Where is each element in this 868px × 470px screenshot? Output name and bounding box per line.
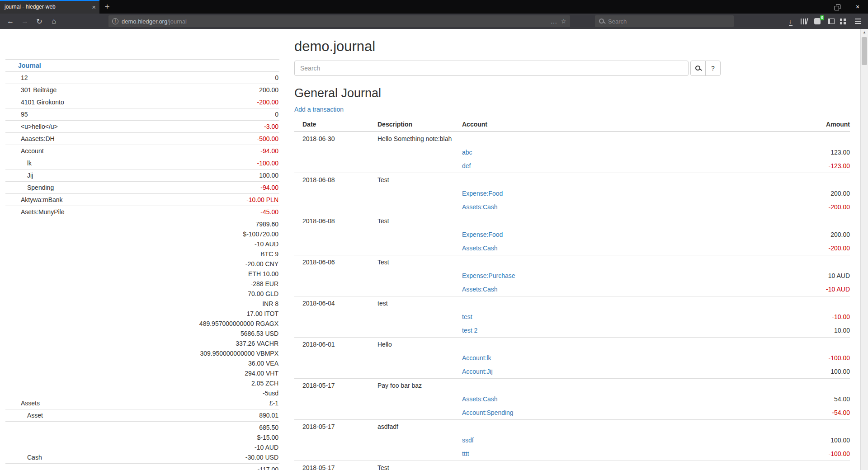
sidebar-account-link[interactable]: Asset xyxy=(5,410,43,420)
posting-row: Expense:Food200.00 xyxy=(294,228,850,241)
posting-account-link[interactable]: abc xyxy=(462,149,472,156)
transaction-amount-cell xyxy=(701,338,850,352)
sidebar-account-link[interactable]: Cash xyxy=(5,452,42,462)
sidebar-account-link[interactable]: Jij xyxy=(5,170,33,180)
menu-button[interactable] xyxy=(852,15,864,28)
scrollbar-thumb[interactable] xyxy=(862,37,867,65)
sidebar-account-link[interactable]: Account xyxy=(5,146,44,156)
sidebar-account-link[interactable]: 95 xyxy=(5,109,28,119)
sidebar-toggle-button[interactable] xyxy=(825,15,837,28)
balance-amount: -100.00 xyxy=(257,158,278,168)
transaction-date: 2018-06-30 xyxy=(294,132,377,146)
sidebar: Journal 120301 Beiträge200.004101 Giroko… xyxy=(5,59,279,470)
transaction-date: 2018-05-17 xyxy=(294,420,377,434)
posting-account-link[interactable]: ssdf xyxy=(462,437,474,444)
posting-account-link[interactable]: Assets:Cash xyxy=(462,286,498,293)
restore-icon xyxy=(835,5,840,9)
window-minimize-button[interactable] xyxy=(806,0,826,14)
sidebar-account-link[interactable]: Asets:MunyPile xyxy=(5,207,64,217)
url-text: demo.hledger.org/journal xyxy=(122,18,547,25)
posting-date-cell xyxy=(294,447,377,461)
sidebar-account-row: <u>hello</u>-3.00 xyxy=(5,121,279,133)
sidebar-account-link[interactable]: lk xyxy=(5,158,32,168)
posting-date-cell xyxy=(294,365,377,379)
browser-search-placeholder: Search xyxy=(608,18,627,25)
scrollbar-up-icon[interactable]: ▲ xyxy=(861,29,868,36)
posting-account-link[interactable]: Account:lk xyxy=(462,354,491,362)
library-button[interactable] xyxy=(797,15,810,28)
sidebar-account-link[interactable]: Assets xyxy=(5,398,40,408)
bookmark-star-icon[interactable]: ☆ xyxy=(561,18,566,25)
new-tab-button[interactable]: + xyxy=(99,0,115,14)
posting-row: Account:Jij100.00 xyxy=(294,365,850,379)
downloads-button[interactable]: ↓ xyxy=(784,15,797,28)
balance-amount: 2.05 ZCH xyxy=(199,378,278,388)
posting-account-cell: test 2 xyxy=(462,324,701,338)
posting-description-cell xyxy=(377,310,462,324)
posting-amount: -54.00 xyxy=(701,406,850,420)
posting-account-link[interactable]: def xyxy=(462,162,471,169)
sidebar-account-link[interactable]: Spending xyxy=(5,183,54,193)
posting-description-cell xyxy=(377,187,462,200)
posting-description-cell xyxy=(377,365,462,379)
balance-amount: -10.00 PLN xyxy=(246,195,278,205)
sidebar-account-row: -117.00 xyxy=(5,464,279,470)
sidebar-account-balance: -94.00 xyxy=(260,183,278,193)
extension-button[interactable]: 0 xyxy=(811,15,824,28)
reload-button[interactable]: ↻ xyxy=(33,15,46,28)
window-close-button[interactable]: × xyxy=(847,0,868,14)
posting-account-link[interactable]: test xyxy=(462,313,472,320)
sidebar-account-link[interactable]: Aktywa:mBank xyxy=(5,195,63,205)
posting-row: def-123.00 xyxy=(294,159,850,173)
window-restore-button[interactable] xyxy=(826,0,847,14)
add-transaction-link[interactable]: Add a transaction xyxy=(294,106,344,113)
sidebar-journal-link[interactable]: Journal xyxy=(18,62,41,69)
posting-account-link[interactable]: Expense:Food xyxy=(462,190,503,197)
page-scrollbar[interactable]: ▲ xyxy=(860,29,868,470)
sidebar-account-balance: -100.00 xyxy=(257,158,278,168)
posting-account-link[interactable]: Expense:Purchase xyxy=(462,272,515,279)
transaction-description: Pay foo bar baz xyxy=(377,379,462,393)
home-button[interactable]: ⌂ xyxy=(47,15,61,28)
balance-amount: £-1 xyxy=(199,398,278,408)
search-help-button[interactable]: ? xyxy=(705,61,721,76)
posting-account-link[interactable]: test 2 xyxy=(462,327,477,334)
posting-amount: 200.00 xyxy=(701,228,850,241)
search-submit-button[interactable] xyxy=(690,61,706,76)
sidebar-account-row: Assets7989.60$-100720.00-10 AUDBTC 9-20.… xyxy=(5,218,279,409)
sidebar-account-link[interactable]: 301 Beiträge xyxy=(5,85,57,95)
posting-account-link[interactable]: Account:Spending xyxy=(462,409,514,416)
url-bar[interactable]: i demo.hledger.org/journal … ☆ xyxy=(108,15,570,27)
sidebar-account-row: 120 xyxy=(5,72,279,84)
grid-button[interactable] xyxy=(838,15,851,28)
journal-search-input[interactable] xyxy=(294,61,689,76)
posting-description-cell xyxy=(377,324,462,338)
transaction-amount-cell xyxy=(701,296,850,310)
sidebar-account-link[interactable]: <u>hello</u> xyxy=(5,122,58,132)
forward-button[interactable]: → xyxy=(18,15,32,28)
browser-tab[interactable]: journal - hledger-web × xyxy=(0,0,99,14)
transaction-description: Hello Something note:blah xyxy=(377,132,462,146)
browser-search-bar[interactable]: Search xyxy=(595,15,734,27)
back-button[interactable]: ← xyxy=(4,15,17,28)
posting-account-cell: def xyxy=(462,159,701,173)
posting-account-link[interactable]: Expense:Food xyxy=(462,231,503,238)
balance-amount: -30.00 USD xyxy=(245,452,278,462)
posting-account-link[interactable]: Assets:Cash xyxy=(462,244,498,252)
sidebar-account-link[interactable]: Aaasets:DH xyxy=(5,134,55,144)
posting-account-cell: abc xyxy=(462,146,701,159)
posting-account-link[interactable]: Assets:Cash xyxy=(462,203,498,211)
balance-amount: -94.00 xyxy=(260,146,278,156)
transaction-description: Test xyxy=(377,461,462,470)
journal-col-date: Date xyxy=(294,118,377,132)
posting-account-link[interactable]: Assets:Cash xyxy=(462,395,498,403)
site-info-icon[interactable]: i xyxy=(112,18,118,24)
sidebar-account-link[interactable]: 4101 Girokonto xyxy=(5,97,64,107)
sidebar-accounts: 120301 Beiträge200.004101 Girokonto-200.… xyxy=(5,72,279,470)
posting-account-link[interactable]: Account:Jij xyxy=(462,368,493,375)
page-actions-icon[interactable]: … xyxy=(550,19,557,23)
posting-account-link[interactable]: tttt xyxy=(462,450,469,457)
tab-close-icon[interactable]: × xyxy=(92,4,96,10)
sidebar-account-link[interactable]: 12 xyxy=(5,73,28,83)
search-icon xyxy=(695,65,701,71)
